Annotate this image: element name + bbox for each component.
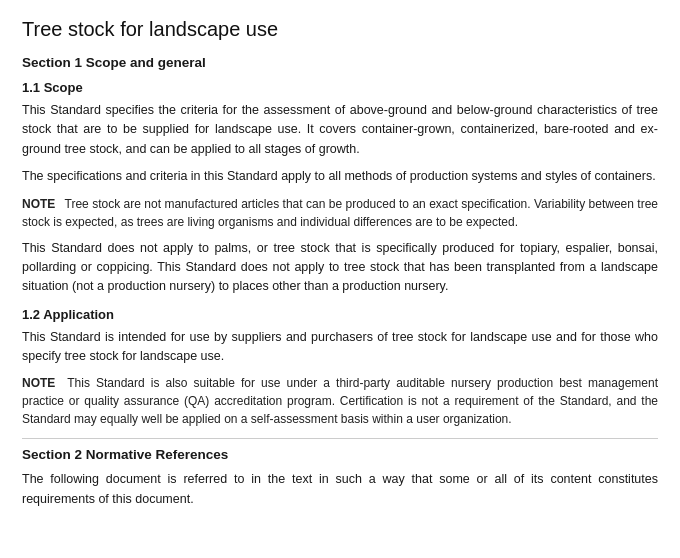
section-1-1-paragraph-3: This Standard does not apply to palms, o… bbox=[22, 239, 658, 297]
section-1-heading: Section 1 Scope and general bbox=[22, 55, 658, 70]
section-2-paragraph-1: The following document is referred to in… bbox=[22, 470, 658, 509]
section-1-1-paragraph-1: This Standard specifies the criteria for… bbox=[22, 101, 658, 159]
section-1-2-paragraph-1: This Standard is intended for use by sup… bbox=[22, 328, 658, 367]
document-title: Tree stock for landscape use bbox=[22, 18, 658, 41]
subsection-1-1-heading: 1.1 Scope bbox=[22, 80, 658, 95]
section-2-heading: Section 2 Normative References bbox=[22, 438, 658, 462]
note-text-2: This Standard is also suitable for use u… bbox=[22, 376, 658, 426]
section-1-1-note: NOTE Tree stock are not manufactured art… bbox=[22, 195, 658, 231]
note-label-2: NOTE bbox=[22, 376, 55, 390]
subsection-1-2-heading: 1.2 Application bbox=[22, 307, 658, 322]
section-1-1-paragraph-2: The specifications and criteria in this … bbox=[22, 167, 658, 186]
note-label-1: NOTE bbox=[22, 197, 55, 211]
note-text-1: Tree stock are not manufactured articles… bbox=[22, 197, 658, 229]
document-container: Tree stock for landscape use Section 1 S… bbox=[0, 0, 680, 558]
section-1-2-note: NOTE This Standard is also suitable for … bbox=[22, 374, 658, 428]
